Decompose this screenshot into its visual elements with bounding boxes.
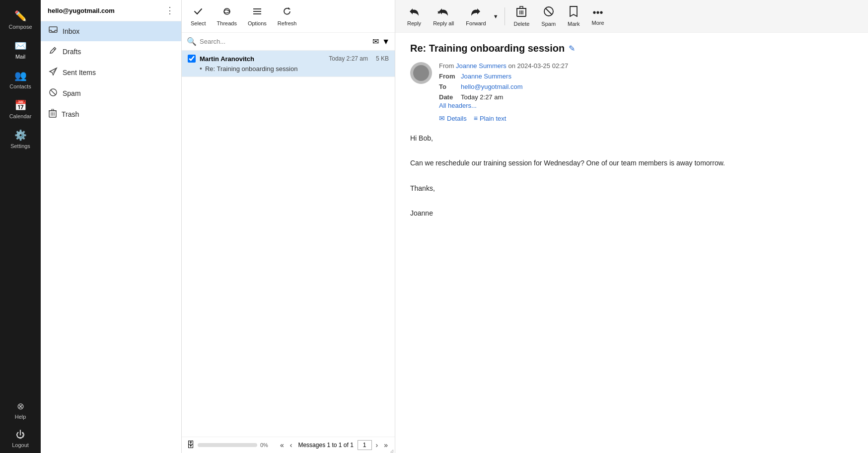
from-date-text: on 2024-03-25 02:27 [508,62,568,70]
settings-icon: ⚙️ [14,129,27,141]
message-checkbox[interactable] [188,55,196,63]
footer-nav: « ‹ Messages 1 to 1 of 1 1 › » [278,440,390,450]
spam-icon [49,88,58,99]
more-button[interactable]: ••• More [587,4,609,29]
message-item-top: Martin Aranovitch Today 2:27 am 5 KB [188,55,389,63]
reply-button[interactable]: Reply [402,3,426,29]
mark-icon [569,6,579,19]
sidebar-item-compose[interactable]: ✏️ Compose [0,5,41,35]
search-bar: 🔍 ✉ ▼ [182,33,395,51]
avatar-inner [413,65,429,81]
sidebar-item-logout[interactable]: ⏻ Logout [0,425,41,453]
email-body-line2: Can we reschedule our training session f… [410,157,853,169]
svg-point-9 [224,8,230,14]
to-value: hello@yugotmail.com [461,83,522,90]
sidebar-item-settings[interactable]: ⚙️ Settings [0,124,41,154]
from-header: From Joanne Summers on 2024-03-25 02:27 [439,62,568,70]
contacts-icon: 👥 [14,70,27,81]
email-panel: Reply Reply all Forward ▼ Delete [395,0,868,453]
prev-page-button[interactable]: ‹ [288,440,294,450]
from-name-link[interactable]: Joanne Summers [456,62,506,70]
storage-icon: 🗄 [187,441,195,450]
forward-dropdown-button[interactable]: ▼ [491,12,501,20]
options-icon [252,6,262,19]
help-icon: ⊗ [17,401,24,412]
resize-handle[interactable]: ⊿ [390,448,395,453]
email-meta-header: From Joanne Summers on 2024-03-25 02:27 … [410,62,853,122]
avatar [410,62,432,84]
folder-header: hello@yugotmail.com ⋮ [41,0,181,21]
refresh-button[interactable]: Refresh [274,3,301,29]
drafts-icon [49,46,58,57]
filter-dropdown-icon[interactable]: ▼ [382,37,390,46]
threads-button[interactable]: Threads [213,3,241,29]
first-page-button[interactable]: « [278,440,286,450]
delete-icon [516,6,526,19]
message-item[interactable]: Martin Aranovitch Today 2:27 am 5 KB • R… [182,51,395,77]
messages-count-label: Messages 1 to 1 of 1 [296,442,355,449]
all-headers-row: All headers... [439,102,568,109]
meta-row-from: From Joanne Summers [439,73,568,80]
message-dot: • [200,65,202,73]
email-body-line3: Thanks, [410,182,853,195]
folder-panel: hello@yugotmail.com ⋮ Inbox Drafts Sent … [41,0,182,453]
reply-icon [409,6,420,19]
folder-inbox[interactable]: Inbox [41,21,181,41]
trash-icon [49,109,57,120]
spam-button[interactable]: Spam [536,3,561,30]
last-page-button[interactable]: » [382,440,390,450]
mail-icon: ✉️ [14,40,27,52]
refresh-icon [282,6,292,19]
progress-label: 0% [260,442,268,448]
details-button[interactable]: ✉ Details [439,114,467,122]
sidebar-item-help[interactable]: ⊗ Help [0,396,41,425]
reply-all-button[interactable]: Reply all [428,3,459,29]
email-content: Re: Training onboarding session ✎ From J… [395,33,868,453]
current-page: 1 [361,442,368,449]
delete-button[interactable]: Delete [509,3,535,30]
message-list-footer: 🗄 0% « ‹ Messages 1 to 1 of 1 1 › » ⊿ [182,437,395,453]
search-input[interactable] [200,38,369,45]
select-button[interactable]: Select [187,3,210,29]
forward-icon [470,6,481,19]
from-value: Joanne Summers [461,73,511,80]
message-list-toolbar: Select Threads Options Refresh [182,0,395,33]
mark-button[interactable]: Mark [563,3,584,30]
plain-text-button[interactable]: ≡ Plain text [474,114,506,122]
filter-mail-icon[interactable]: ✉ [372,37,379,46]
folder-drafts[interactable]: Drafts [41,41,181,62]
toolbar-separator [505,7,505,25]
sidebar-item-calendar[interactable]: 📅 Calendar [0,94,41,124]
page-number-box: 1 [358,440,372,450]
sidebar: ✏️ Compose ✉️ Mail 👥 Contacts 📅 Calendar… [0,0,41,453]
email-body-line1: Hi Bob, [410,132,853,145]
spam-icon [543,6,554,19]
folder-spam[interactable]: Spam [41,83,181,104]
next-page-button[interactable]: › [374,440,380,450]
email-body-line4: Joanne [410,207,853,220]
email-subject-line: Re: Training onboarding session ✎ [410,43,853,54]
email-meta-text: From Joanne Summers on 2024-03-25 02:27 … [439,62,568,122]
forward-arrow-icon: ▼ [493,13,499,19]
compose-icon: ✏️ [14,10,27,22]
plain-text-icon: ≡ [474,114,478,122]
date-value: Today 2:27 am [461,93,503,101]
meta-row-date: Date Today 2:27 am [439,93,568,101]
all-headers-link[interactable]: All headers... [439,102,477,109]
message-subject: • Re: Training onboarding session [188,65,389,73]
threads-icon [222,6,232,19]
edit-icon[interactable]: ✎ [569,44,575,53]
forward-button[interactable]: Forward [461,3,491,29]
details-mail-icon: ✉ [439,114,445,122]
footer-progress: 🗄 0% [187,441,275,450]
email-body: Hi Bob, Can we reschedule our training s… [410,132,853,220]
message-list-panel: Select Threads Options Refresh 🔍 ✉ ▼ [182,0,395,453]
sidebar-item-contacts[interactable]: 👥 Contacts [0,65,41,94]
folder-sent[interactable]: Sent Items [41,62,181,83]
folder-menu-button[interactable]: ⋮ [165,5,174,16]
folder-trash[interactable]: Trash [41,104,181,125]
calendar-icon: 📅 [14,99,27,111]
options-button[interactable]: Options [244,3,271,29]
sidebar-item-mail[interactable]: ✉️ Mail [0,35,41,65]
inbox-icon [49,26,58,36]
